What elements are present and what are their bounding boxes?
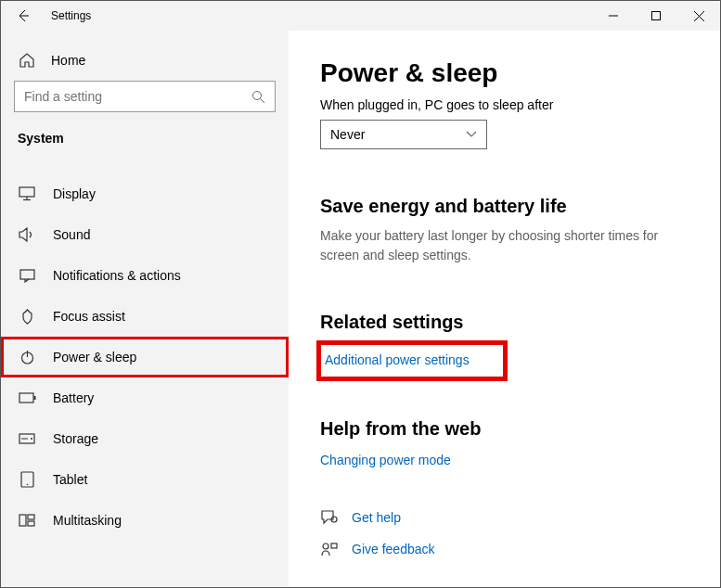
focus-assist-icon	[18, 307, 36, 326]
nav-list: Display Sound Notifications & actions Fo…	[1, 155, 289, 541]
related-settings-section: Related settings Additional power settin…	[320, 312, 689, 381]
tablet-icon	[18, 470, 36, 489]
sidebar-item-label: Sound	[53, 227, 90, 242]
sidebar-item-label: Notifications & actions	[53, 268, 181, 283]
sleep-dropdown[interactable]: Never	[320, 120, 487, 149]
sidebar-item-focus-assist[interactable]: Focus assist	[1, 296, 289, 337]
give-feedback-link[interactable]: Give feedback	[352, 542, 435, 556]
svg-rect-12	[19, 393, 33, 403]
power-icon	[18, 348, 36, 366]
window-controls	[592, 1, 720, 31]
home-nav[interactable]: Home	[1, 44, 289, 77]
save-energy-section: Save energy and battery life Make your b…	[320, 196, 689, 265]
display-icon	[18, 185, 36, 203]
sound-icon	[18, 225, 36, 244]
get-help-link[interactable]: Get help	[352, 510, 401, 525]
changing-power-mode-link[interactable]: Changing power mode	[320, 453, 451, 467]
sidebar-item-label: Display	[53, 186, 96, 201]
home-label: Home	[51, 53, 85, 68]
feedback-icon	[320, 540, 339, 558]
svg-point-23	[323, 543, 328, 549]
minimize-button[interactable]	[592, 1, 635, 31]
sidebar-item-display[interactable]: Display	[1, 173, 289, 214]
page-title: Power & sleep	[320, 58, 689, 88]
main-panel: Power & sleep When plugged in, PC goes t…	[289, 31, 720, 587]
sidebar-item-battery[interactable]: Battery	[1, 377, 289, 418]
svg-rect-13	[33, 396, 35, 400]
svg-point-4	[253, 91, 262, 99]
svg-rect-24	[331, 543, 337, 548]
back-button[interactable]	[1, 1, 45, 31]
sidebar-item-power-sleep[interactable]: Power & sleep	[1, 337, 289, 377]
storage-icon	[18, 429, 36, 448]
multitasking-icon	[18, 511, 36, 530]
svg-point-15	[31, 438, 32, 440]
save-energy-body: Make your battery last longer by choosin…	[320, 226, 673, 265]
related-settings-heading: Related settings	[320, 312, 689, 333]
close-button[interactable]	[677, 1, 720, 31]
sidebar: Home System Display Sound Notificatio	[1, 31, 289, 587]
chevron-down-icon	[466, 131, 477, 138]
help-section: Help from the web Changing power mode	[320, 418, 689, 467]
svg-rect-20	[28, 515, 34, 519]
svg-rect-21	[28, 521, 34, 526]
help-heading: Help from the web	[320, 418, 689, 440]
titlebar: Settings	[1, 1, 720, 31]
sidebar-item-label: Focus assist	[53, 309, 125, 324]
svg-rect-19	[19, 515, 26, 526]
sidebar-item-label: Multitasking	[53, 513, 122, 528]
search-box[interactable]	[14, 81, 276, 112]
svg-line-5	[261, 98, 265, 103]
sidebar-item-label: Power & sleep	[53, 350, 136, 364]
sidebar-item-notifications[interactable]: Notifications & actions	[1, 255, 289, 296]
highlight-box: Additional power settings	[316, 340, 508, 381]
save-energy-heading: Save energy and battery life	[320, 196, 689, 217]
battery-icon	[18, 389, 36, 407]
svg-rect-6	[19, 187, 34, 197]
svg-rect-1	[652, 12, 661, 20]
svg-point-18	[26, 484, 28, 486]
sleep-value: Never	[330, 127, 365, 142]
get-help-icon	[320, 508, 339, 527]
sidebar-item-label: Battery	[53, 390, 94, 405]
footer-links: Get help Give feedback	[320, 508, 689, 558]
home-icon	[18, 51, 36, 70]
maximize-button[interactable]	[635, 1, 677, 31]
sidebar-item-multitasking[interactable]: Multitasking	[1, 500, 289, 541]
sidebar-item-label: Tablet	[53, 472, 87, 487]
window-title: Settings	[45, 9, 91, 22]
sleep-label: When plugged in, PC goes to sleep after	[320, 97, 689, 112]
svg-rect-9	[20, 270, 34, 279]
sidebar-item-storage[interactable]: Storage	[1, 418, 289, 459]
sidebar-item-sound[interactable]: Sound	[1, 214, 289, 255]
category-header: System	[1, 125, 289, 155]
sidebar-item-label: Storage	[53, 431, 98, 446]
notifications-icon	[18, 266, 36, 285]
search-icon	[251, 90, 265, 104]
search-input[interactable]	[24, 89, 251, 104]
additional-power-settings-link[interactable]: Additional power settings	[325, 352, 470, 367]
sidebar-item-tablet[interactable]: Tablet	[1, 459, 289, 500]
